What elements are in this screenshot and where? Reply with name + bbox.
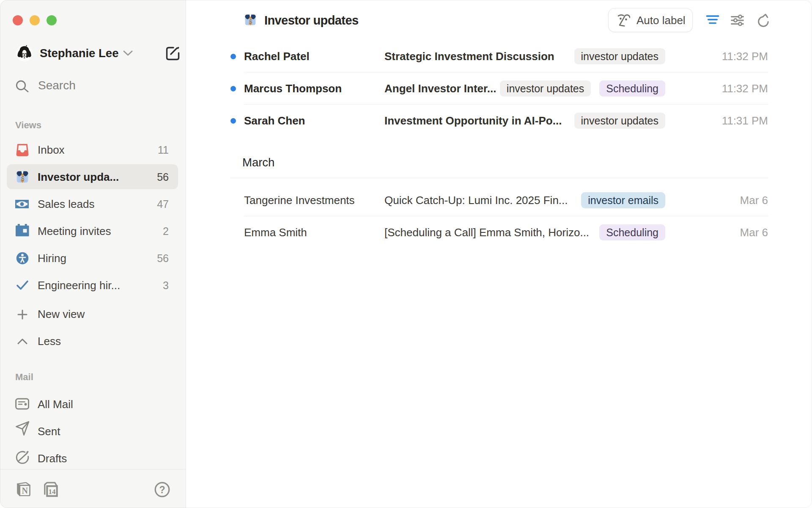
svg-text:?: ? bbox=[159, 484, 165, 495]
svg-text:14: 14 bbox=[49, 488, 56, 496]
svg-text:N: N bbox=[22, 486, 28, 495]
